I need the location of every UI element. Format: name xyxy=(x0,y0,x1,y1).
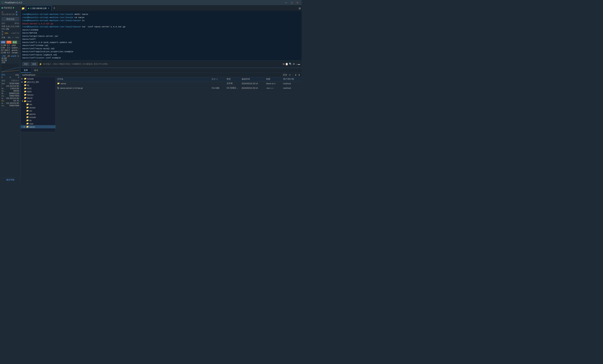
tree-item-man[interactable]: 📁 man xyxy=(21,122,55,125)
search-icon[interactable]: 🔍 xyxy=(289,63,292,66)
term-line: root@heyunlin-virtual-machine:/usr/local… xyxy=(22,19,300,22)
term-line: root@heyunlin-virtual-machine:/usr/local… xyxy=(22,13,300,16)
folder-icon: 📁 xyxy=(26,113,29,115)
titlebar-controls: ─ □ ✕ xyxy=(283,0,300,5)
disk-section: 路径 可用/大小 /run787M/789M /101.3G/124.9G /d… xyxy=(0,79,21,177)
term-line: nacos/conf/application.properties.exampl… xyxy=(22,50,300,53)
sys-info-button[interactable]: 系统信息 xyxy=(1,17,19,21)
refresh-icon[interactable]: ↺ xyxy=(289,74,291,76)
proc-cmd-header[interactable]: 命令 xyxy=(12,41,17,44)
proc-mem-header[interactable]: 内存 xyxy=(1,41,6,44)
options-button[interactable]: 选项 xyxy=(31,62,38,66)
swap-percent: 0% xyxy=(6,36,11,39)
folder-icon: 📁 xyxy=(26,122,29,125)
col-size[interactable]: 大小 ∧ xyxy=(211,78,227,81)
term-line: nacos/conf/cluster.conf.example xyxy=(22,56,300,59)
proc-cpu-header[interactable]: CPU xyxy=(6,41,12,44)
lightning-icon[interactable]: ⚡ xyxy=(39,63,42,66)
file-time: 2024/03/10 20:14 xyxy=(242,87,266,89)
tree-item-bin[interactable]: 📁 bin xyxy=(21,103,55,106)
disk-row: /var/lib/docker/overlay...101.3G/124.9G xyxy=(1,102,20,105)
add-tab-button[interactable]: + xyxy=(52,6,57,11)
layout-grid-icon[interactable]: ⊞ xyxy=(299,7,301,10)
history-icon[interactable]: 历史 xyxy=(283,73,287,77)
gz-file-icon: 🗜 xyxy=(57,87,59,89)
term-line: nacos/conf/nacos-mysql.sql xyxy=(22,47,300,50)
tab-files[interactable]: 文件 xyxy=(21,68,31,73)
tree-item-docker[interactable]: 📁 docker xyxy=(21,106,55,109)
file-path-bar: /usr/local/nacos 历史 ↺ ↑ ⬇ ⬆ xyxy=(21,73,302,77)
col-type: 类型 xyxy=(227,78,242,81)
terminal-area[interactable]: root@heyunlin-virtual-machine:/usr/local… xyxy=(21,11,302,60)
tree-item-lib-local[interactable]: 📁 lib xyxy=(21,119,55,122)
app-icon: ⬡ xyxy=(1,1,4,4)
mem-label: 内存 xyxy=(1,31,4,36)
file-content: ▶ 📁 include ▶ 📁 jdk1.8.0_381 📁 xyxy=(21,77,302,132)
tree-item-lib64[interactable]: 📁 lib64 xyxy=(21,90,55,93)
tree-item-label: lib32 xyxy=(27,87,32,90)
minimize-button[interactable]: ─ xyxy=(283,0,289,5)
folder-icon: 📁 xyxy=(24,84,27,86)
tree-item-lib[interactable]: 📁 lib xyxy=(21,83,55,87)
activate-button[interactable]: 激活/升级 xyxy=(0,177,21,182)
tree-item-jdk[interactable]: ▶ 📁 jdk1.8.0_381 xyxy=(21,80,55,83)
tab-session-1[interactable]: 1 192.168.60.128 ✕ xyxy=(26,6,52,11)
ip-value: 192.168.60.128 xyxy=(1,13,15,15)
disk-row: /boot/efi505M/512M xyxy=(1,92,20,95)
tree-item-include-local[interactable]: 📁 include xyxy=(21,116,55,119)
tree-arrow-icon: ▶ xyxy=(22,78,23,80)
window-icon[interactable]: ▬ xyxy=(298,63,300,66)
load-label: 负载 xyxy=(1,25,5,28)
net-iface[interactable]: ens33 xyxy=(11,55,16,57)
tab-close-button[interactable]: ✕ xyxy=(48,7,50,10)
disk-row: /media/heyunlin/Ubuntu...0/4.7G xyxy=(1,100,20,102)
tree-item-local[interactable]: ▼ 📂 local xyxy=(21,100,55,103)
disk-row: /var/lib/docker/overlay...101.3G/124.9G xyxy=(1,97,20,100)
paste-icon[interactable]: 📋 xyxy=(285,63,288,66)
file-row-nacos[interactable]: 📁 nacos 文件夹 2024/03/10 20:14 drwxr-xr-x … xyxy=(56,81,302,86)
process-row: 257.2M 0.3 gnome-shell xyxy=(0,49,21,51)
file-row-tarball[interactable]: 🗜 nacos-server-1.4.2.tar.gz 74.4 MB GZ 压… xyxy=(56,86,302,90)
close-button[interactable]: ✕ xyxy=(295,0,300,5)
tree-item-label: man xyxy=(29,123,33,125)
history-button[interactable]: 历史 xyxy=(22,62,29,66)
proc-cpu: 0.3 xyxy=(7,52,11,54)
cpu-value: 2% xyxy=(6,28,9,30)
settings-icon[interactable]: ⚙ xyxy=(293,63,295,66)
proc-mem: 12.8M xyxy=(1,52,6,54)
network-section: ↑25K ↓2K ens33 ▼ 60.8M 42.1M 21M xyxy=(0,55,21,73)
maximize-button[interactable]: □ xyxy=(289,0,294,5)
tree-item-lib32[interactable]: 📁 lib32 xyxy=(21,87,55,90)
tree-item-nacos[interactable]: ▶ 📁 nacos xyxy=(21,125,55,128)
folder-icon: 📁 xyxy=(24,94,27,96)
load-row: 负载 0.20, 0.12, 0.09 xyxy=(0,25,21,28)
proc-mem: 11.6M xyxy=(1,44,6,46)
folder-icon[interactable]: 📁 xyxy=(22,7,25,10)
up-dir-icon[interactable]: ↑ xyxy=(292,74,293,76)
command-input[interactable] xyxy=(43,63,282,65)
tree-item-include[interactable]: ▶ 📁 include xyxy=(21,77,55,80)
col-user: 用户/用户组 xyxy=(283,78,300,81)
proc-cpu: 0.3 xyxy=(7,47,11,49)
copy-button[interactable]: 复制 xyxy=(16,11,19,16)
tree-item-games[interactable]: 📁 games xyxy=(21,112,55,116)
file-tree: ▶ 📁 include ▶ 📁 jdk1.8.0_381 📁 xyxy=(21,77,56,132)
copy-icon[interactable]: ⧉ xyxy=(283,63,284,66)
download-file-icon[interactable]: ⬇ xyxy=(295,74,297,76)
proc-cpu: 0.3 xyxy=(7,49,11,51)
latency-vals: 000 xyxy=(1,76,19,78)
download-icon[interactable]: ↓ xyxy=(296,63,297,66)
net-expand-icon[interactable]: ▼ xyxy=(17,55,19,57)
sync-status-label: 同步状态 xyxy=(4,6,12,9)
sync-indicator xyxy=(13,7,14,9)
tree-item-label: libexec xyxy=(27,94,34,96)
col-filename[interactable]: 文件名 xyxy=(57,78,211,81)
tab-commands[interactable]: 命令 xyxy=(31,68,41,73)
latency-host: 本机 xyxy=(15,74,19,76)
uptime-row: 运行 16 分 xyxy=(0,22,21,25)
upload-file-icon[interactable]: ⬆ xyxy=(298,74,300,76)
tree-item-libexec[interactable]: 📁 libexec xyxy=(21,93,55,96)
tree-item-etc[interactable]: 📁 etc xyxy=(21,109,55,112)
tree-item-libx32[interactable]: 📁 libx32 xyxy=(21,96,55,100)
command-bar: 历史 选项 ⚡ ⧉ 📋 🔍 ⚙ ↓ ▬ xyxy=(21,60,302,68)
